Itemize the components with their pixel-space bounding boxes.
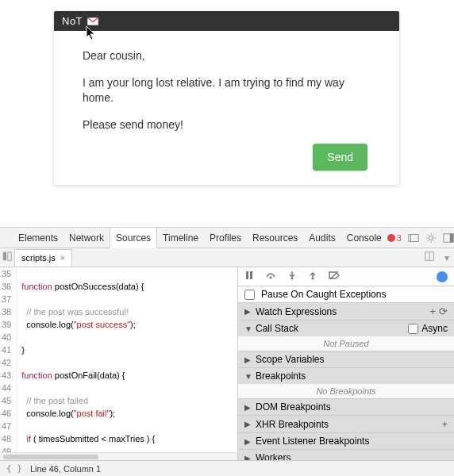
email-line: Please send money! <box>83 117 371 133</box>
pause-on-caught-row: Pause On Caught Exceptions <box>238 286 454 302</box>
step-over-icon[interactable] <box>265 271 276 282</box>
call-stack-note: Not Paused <box>238 336 454 351</box>
pause-resume-icon[interactable] <box>244 271 254 282</box>
code-line: console.log("post success"); <box>21 318 237 331</box>
svg-point-25 <box>270 277 272 279</box>
code-line <box>21 420 237 432</box>
devtools-tab-network[interactable]: Network <box>63 228 110 248</box>
mouse-cursor-icon <box>86 25 97 41</box>
code-line <box>21 293 237 305</box>
devtools-panel: ElementsNetworkSourcesTimelineProfilesRe… <box>0 227 454 476</box>
svg-rect-24 <box>250 271 252 279</box>
step-out-icon[interactable] <box>308 271 317 282</box>
code-editor-pane: 3536373839404142434445464748495051525354… <box>0 267 238 460</box>
code-line <box>21 382 237 394</box>
breakpoints-note: No Breakpoints <box>238 384 454 398</box>
overflow-menu-icon[interactable]: ▾ <box>440 252 454 263</box>
code-line <box>21 445 237 452</box>
code-line <box>21 331 237 344</box>
add-xhr-breakpoint-icon[interactable]: + <box>441 418 448 430</box>
app-brand: NoT <box>62 15 83 27</box>
pause-on-exceptions-icon[interactable] <box>437 271 448 282</box>
breakpoints-section[interactable]: ▼ Breakpoints <box>238 367 454 384</box>
file-tab[interactable]: scripts.js × <box>14 249 72 267</box>
navigator-icon[interactable] <box>0 251 14 264</box>
add-watch-icon[interactable]: + <box>429 305 436 317</box>
code-line: // the post was successful! <box>21 305 237 318</box>
sources-subbar: scripts.js × ▾ <box>0 248 454 267</box>
call-stack-section[interactable]: ▼ Call Stack Async <box>238 320 454 336</box>
svg-line-11 <box>428 234 429 235</box>
scope-variables-section[interactable]: ▶ Scope Variables <box>238 351 454 367</box>
xhr-breakpoints-section[interactable]: ▶ XHR Breakpoints + <box>238 415 454 432</box>
svg-line-12 <box>433 240 434 241</box>
devtools-tab-profiles[interactable]: Profiles <box>204 228 247 248</box>
email-composer-window: NoT Dear cousin, I am your long lost rel… <box>54 11 399 185</box>
column-toggle-icon[interactable] <box>419 251 440 264</box>
pause-on-caught-label: Pause On Caught Exceptions <box>261 289 386 300</box>
pause-on-caught-checkbox[interactable] <box>244 290 255 300</box>
svg-point-6 <box>429 236 433 240</box>
devtools-tab-console[interactable]: Console <box>341 228 387 248</box>
svg-line-14 <box>433 234 434 235</box>
settings-gear-icon[interactable] <box>425 232 437 244</box>
drawer-toggle-icon[interactable] <box>408 232 419 244</box>
disclosure-triangle-icon: ▼ <box>244 372 252 381</box>
disclosure-triangle-icon: ▶ <box>244 437 252 446</box>
file-tab-label: scripts.js <box>21 253 56 263</box>
svg-rect-23 <box>246 271 248 279</box>
send-button[interactable]: Send <box>313 144 367 171</box>
email-line: Dear cousin, <box>83 48 371 64</box>
svg-rect-19 <box>3 252 6 261</box>
svg-rect-4 <box>409 234 418 241</box>
code-line: if ( timesSubmitted < maxTries ) { <box>21 432 237 445</box>
devtools-tab-elements[interactable]: Elements <box>13 228 63 248</box>
close-file-tab-icon[interactable]: × <box>60 253 65 263</box>
status-bar: { } Line 46, Column 1 <box>0 460 454 476</box>
cursor-position: Line 46, Column 1 <box>30 464 101 474</box>
dom-breakpoints-section[interactable]: ▶ DOM Breakpoints <box>238 398 454 415</box>
code-line: // the post failed <box>21 394 237 407</box>
devtools-tab-audits[interactable]: Audits <box>303 228 340 248</box>
async-checkbox[interactable] <box>408 324 418 334</box>
deactivate-breakpoints-icon[interactable] <box>329 271 340 282</box>
devtools-tab-resources[interactable]: Resources <box>247 228 303 248</box>
code-line <box>21 267 237 280</box>
workers-section[interactable]: ▶ Workers <box>238 449 454 460</box>
pretty-print-icon[interactable]: { } <box>6 463 22 474</box>
svg-rect-16 <box>450 233 453 242</box>
code-line: function postOnFail(data) { <box>21 369 237 382</box>
event-listener-breakpoints-section[interactable]: ▶ Event Listener Breakpoints <box>238 432 454 449</box>
disclosure-triangle-icon: ▼ <box>244 324 252 333</box>
code-editor[interactable]: 3536373839404142434445464748495051525354… <box>0 267 237 452</box>
horizontal-scrollbar[interactable] <box>0 452 237 460</box>
disclosure-triangle-icon: ▶ <box>244 355 252 364</box>
debugger-toolbar <box>238 267 454 286</box>
svg-rect-20 <box>8 252 11 261</box>
disclosure-triangle-icon: ▶ <box>244 420 252 428</box>
code-line <box>21 356 237 369</box>
email-line: I am your long lost relative. I am tryin… <box>83 75 371 106</box>
watch-expressions-section[interactable]: ▶ Watch Expressions + ⟳ <box>238 302 454 320</box>
mail-icon <box>87 17 98 25</box>
devtools-tab-timeline[interactable]: Timeline <box>157 228 204 248</box>
email-body: Dear cousin, I am your long lost relativ… <box>54 31 399 185</box>
devtools-toolbar: ElementsNetworkSourcesTimelineProfilesRe… <box>0 228 454 248</box>
disclosure-triangle-icon: ▶ <box>244 403 252 412</box>
email-titlebar: NoT <box>54 11 399 31</box>
code-line: } <box>21 344 237 356</box>
disclosure-triangle-icon: ▶ <box>244 307 252 316</box>
code-line: console.log("post fail"); <box>21 407 237 420</box>
error-count-badge[interactable]: 3 <box>387 233 402 243</box>
debugger-sidebar: Pause On Caught Exceptions ▶ Watch Expre… <box>238 267 454 460</box>
step-into-icon[interactable] <box>287 271 297 282</box>
disclosure-triangle-icon: ▶ <box>244 454 252 461</box>
code-line: function postOnSuccess(data) { <box>21 280 237 293</box>
svg-line-13 <box>428 240 429 241</box>
svg-point-27 <box>291 278 294 280</box>
dock-side-icon[interactable] <box>443 232 454 244</box>
devtools-tab-sources[interactable]: Sources <box>110 227 157 249</box>
refresh-watch-icon[interactable]: ⟳ <box>439 305 448 317</box>
svg-point-29 <box>312 278 314 280</box>
